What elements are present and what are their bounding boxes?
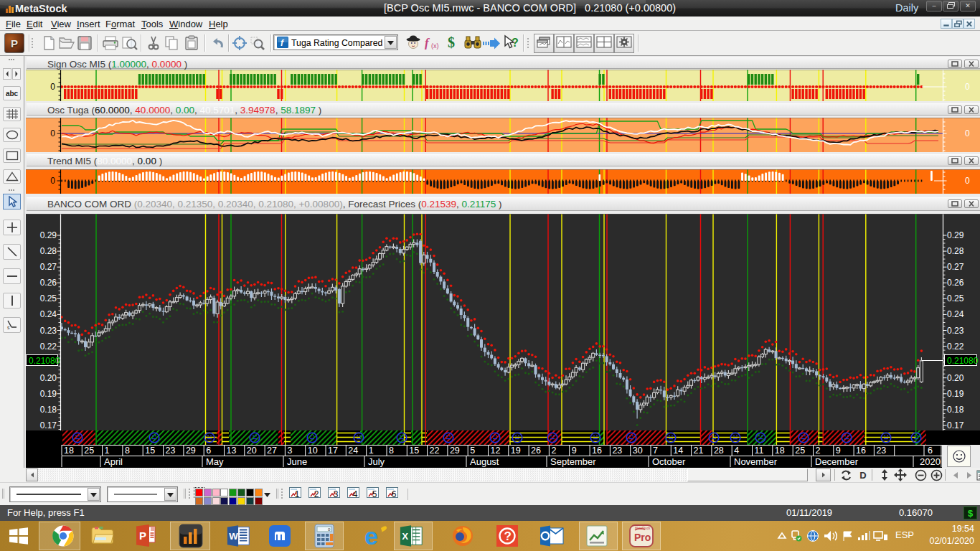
svg-text:September: September: [550, 456, 596, 467]
svg-text:MetaStock: MetaStock: [15, 3, 67, 14]
svg-text:0: 0: [50, 176, 55, 186]
svg-text:?: ?: [512, 37, 519, 49]
svg-text:20: 20: [247, 446, 257, 456]
svg-text:16: 16: [856, 446, 866, 456]
svg-text:15: 15: [145, 446, 155, 456]
svg-text:25: 25: [84, 446, 94, 456]
svg-text:0.22: 0.22: [40, 342, 57, 352]
svg-text:1: 1: [105, 446, 110, 456]
svg-text:18: 18: [775, 446, 785, 456]
svg-text:21: 21: [694, 446, 704, 456]
svg-text:28: 28: [714, 446, 724, 456]
svg-text:0.17: 0.17: [947, 420, 964, 430]
svg-text:9: 9: [836, 446, 841, 456]
svg-text:0.24: 0.24: [947, 309, 964, 319]
svg-text:June: June: [287, 456, 307, 467]
svg-text:0.24: 0.24: [40, 309, 57, 319]
svg-text:17: 17: [328, 446, 338, 456]
svg-text:0: 0: [965, 176, 970, 186]
svg-text:12: 12: [491, 446, 501, 456]
svg-text:22: 22: [430, 446, 440, 456]
svg-text:0.27: 0.27: [947, 262, 964, 272]
svg-text:27: 27: [267, 446, 277, 456]
svg-text:23: 23: [612, 446, 622, 456]
svg-text:0.22: 0.22: [947, 342, 964, 352]
svg-text:2: 2: [551, 446, 556, 456]
svg-text:14: 14: [673, 446, 683, 456]
svg-text:6: 6: [206, 446, 211, 456]
svg-text:December: December: [815, 456, 859, 467]
svg-text:13: 13: [227, 446, 237, 456]
svg-text:0.25: 0.25: [40, 293, 57, 303]
svg-text:0.26: 0.26: [947, 278, 964, 288]
svg-text:30: 30: [633, 446, 643, 456]
svg-text:0.18: 0.18: [947, 405, 964, 415]
svg-text:0.21080: 0.21080: [29, 356, 60, 366]
svg-text:2: 2: [816, 446, 821, 456]
svg-text:0.28: 0.28: [947, 246, 964, 256]
svg-text:August: August: [470, 456, 499, 467]
svg-text:15: 15: [409, 446, 419, 456]
svg-text:11: 11: [755, 446, 764, 456]
svg-text:25: 25: [795, 446, 805, 456]
svg-text:P: P: [139, 529, 146, 542]
svg-text:X: X: [402, 531, 408, 542]
svg-text:8: 8: [125, 446, 130, 456]
svg-text:0.19: 0.19: [40, 389, 57, 399]
svg-text:18: 18: [64, 446, 74, 456]
svg-text:0.21080: 0.21080: [947, 356, 979, 366]
svg-text:0.29: 0.29: [40, 230, 57, 240]
svg-text:0.25: 0.25: [947, 293, 964, 303]
svg-text:e: e: [364, 524, 378, 548]
svg-text:s: s: [7, 325, 10, 330]
svg-text:0.29: 0.29: [947, 230, 964, 240]
svg-text:3: 3: [287, 446, 292, 456]
svg-text:8: 8: [389, 446, 394, 456]
svg-text:0: 0: [50, 128, 55, 138]
svg-text:7: 7: [653, 446, 658, 456]
svg-text:2020: 2020: [920, 456, 941, 467]
svg-text:$: $: [448, 34, 455, 50]
svg-text:10: 10: [308, 446, 318, 456]
svg-text:0: 0: [50, 82, 55, 92]
svg-text:0.23: 0.23: [40, 326, 57, 336]
svg-text:0.19: 0.19: [947, 389, 964, 399]
svg-text:?: ?: [504, 529, 512, 543]
svg-text:0.17: 0.17: [40, 420, 57, 430]
svg-text:29: 29: [450, 446, 460, 456]
svg-text:19: 19: [511, 446, 521, 456]
svg-text:0.18: 0.18: [40, 405, 57, 415]
svg-text:May: May: [206, 456, 224, 467]
svg-text:0.20: 0.20: [40, 373, 57, 383]
svg-text:6: 6: [928, 446, 933, 456]
svg-text:0.23: 0.23: [947, 326, 964, 336]
svg-text:July: July: [368, 456, 385, 467]
svg-text:5: 5: [470, 446, 475, 456]
svg-text:November: November: [734, 456, 778, 467]
svg-text:24: 24: [348, 446, 358, 456]
svg-text:23: 23: [876, 446, 886, 456]
svg-text:0.27: 0.27: [40, 262, 57, 272]
svg-text:October: October: [652, 456, 686, 467]
svg-text:0: 0: [965, 128, 970, 138]
svg-text:23: 23: [166, 446, 176, 456]
svg-text:0.20: 0.20: [947, 373, 964, 383]
svg-text:MetaStock: MetaStock: [635, 527, 651, 530]
svg-text:0.26: 0.26: [40, 278, 57, 288]
svg-text:4: 4: [734, 446, 739, 456]
svg-text:9: 9: [572, 446, 577, 456]
svg-text:(x): (x): [431, 42, 439, 50]
svg-text:0.28: 0.28: [40, 246, 57, 256]
svg-text:April: April: [104, 456, 123, 467]
svg-text:26: 26: [531, 446, 541, 456]
svg-text:1: 1: [369, 446, 374, 456]
svg-text:f: f: [425, 36, 430, 50]
svg-text:Pro: Pro: [634, 532, 651, 543]
svg-text:16: 16: [592, 446, 602, 456]
svg-text:29: 29: [186, 446, 196, 456]
svg-text:0: 0: [965, 82, 970, 92]
svg-text:W: W: [229, 531, 238, 542]
